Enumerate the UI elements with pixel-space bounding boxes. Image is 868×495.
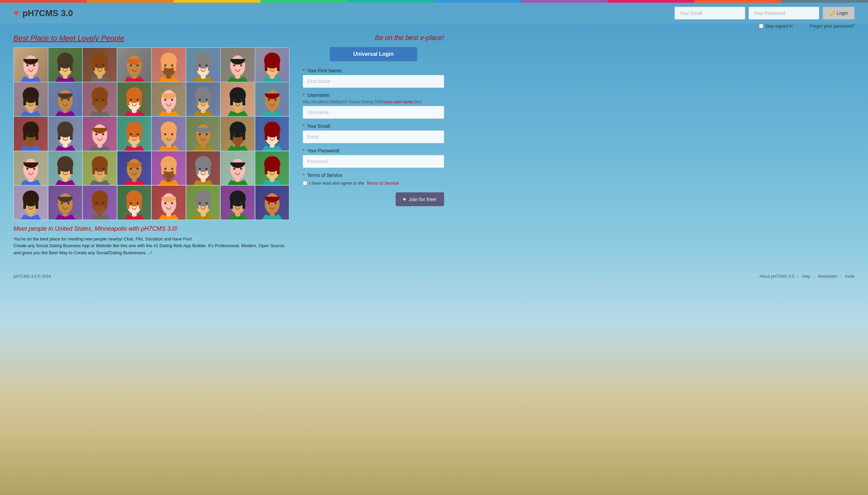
password-group: * Your Password: (303, 148, 444, 168)
footer-about-link[interactable]: About pH7CMS 3.0 (760, 274, 794, 279)
username-required: * (303, 92, 304, 98)
first-name-required: * (303, 68, 304, 73)
photo-cell[interactable] (255, 48, 289, 82)
join-button[interactable]: ♥ Join for free! (396, 192, 444, 206)
login-button[interactable]: 🔑 Login (822, 7, 854, 19)
photo-cell[interactable] (83, 82, 117, 116)
tos-section: * Terms of Service I have read and agree… (303, 172, 444, 186)
footer: pH7CMS 3.0 © 2016 About pH7CMS 3.0 | Hel… (0, 270, 868, 283)
right-panel: Be on the best e-place! Universal Login … (303, 34, 444, 257)
tagline-link[interactable]: Best Place to Meet Lovely People (14, 34, 289, 43)
url-variable-link[interactable]: your-user-name (384, 100, 413, 104)
first-name-input[interactable] (303, 75, 444, 88)
forgot-password-link[interactable]: Forgot your password? (810, 23, 854, 29)
stay-signed-checkbox[interactable] (759, 24, 763, 28)
photo-cell[interactable] (152, 117, 186, 151)
signup-email-input[interactable] (303, 131, 444, 143)
photo-cell[interactable] (221, 82, 255, 116)
separator-1: | (798, 274, 799, 279)
photo-cell[interactable] (255, 117, 289, 151)
photo-cell[interactable] (83, 186, 117, 220)
header: ♥ pH7CMS 3.0 🔑 Login (0, 3, 868, 23)
photo-cell[interactable] (221, 117, 255, 151)
photo-cell[interactable] (48, 82, 82, 116)
username-group: * Username: http://localhost:8888/pH7-So… (303, 92, 444, 119)
photo-cell[interactable] (14, 186, 48, 220)
photo-cell[interactable] (48, 151, 82, 185)
photo-cell[interactable] (14, 48, 48, 82)
tos-checkbox[interactable] (303, 181, 307, 185)
password-input[interactable] (749, 7, 819, 19)
password-required: * (303, 148, 304, 153)
photo-grid (14, 47, 289, 220)
email-group: * Your Email: (303, 123, 444, 143)
photo-cell[interactable] (117, 82, 151, 116)
photo-cell[interactable] (152, 186, 186, 220)
photo-cell[interactable] (221, 48, 255, 82)
tos-link[interactable]: Terms of Service (366, 181, 399, 186)
photo-cell[interactable] (117, 151, 151, 185)
email-input[interactable] (674, 7, 745, 19)
photo-cell[interactable] (186, 151, 220, 185)
first-name-label: * Your First Name: (303, 68, 444, 73)
main-content: Best Place to Meet Lovely People Meet pe… (0, 31, 868, 263)
photo-cell[interactable] (255, 186, 289, 220)
tos-required: * (303, 172, 304, 178)
signup-password-input[interactable] (303, 155, 444, 168)
footer-copyright: pH7CMS 3.0 © 2016 (14, 274, 51, 279)
photo-cell[interactable] (186, 48, 220, 82)
photo-cell[interactable] (14, 82, 48, 116)
photo-cell[interactable] (117, 117, 151, 151)
photo-cell[interactable] (152, 82, 186, 116)
header-bottom-row: Stay signed in Forgot your password? (0, 23, 868, 31)
key-icon: 🔑 (829, 11, 835, 16)
universal-login-button[interactable]: Universal Login (330, 47, 417, 61)
photo-cell[interactable] (48, 48, 82, 82)
logo-heart-icon: ♥ (14, 8, 19, 18)
login-area: 🔑 Login (674, 7, 854, 19)
photo-cell[interactable] (255, 151, 289, 185)
photo-cell[interactable] (83, 117, 117, 151)
photo-cell[interactable] (186, 82, 220, 116)
photo-cell[interactable] (83, 48, 117, 82)
photo-cell[interactable] (186, 117, 220, 151)
first-name-group: * Your First Name: (303, 68, 444, 88)
photo-cell[interactable] (152, 151, 186, 185)
photo-cell[interactable] (152, 48, 186, 82)
photo-cell[interactable] (117, 186, 151, 220)
photo-cell[interactable] (221, 151, 255, 185)
photo-cell[interactable] (14, 117, 48, 151)
email-required: * (303, 123, 304, 129)
footer-newsletter-link[interactable]: Newsletter (818, 274, 837, 279)
photo-cell[interactable] (117, 48, 151, 82)
url-hint: http://localhost:8888/pH7-Social-Dating-… (303, 100, 444, 104)
photo-cell[interactable] (186, 186, 220, 220)
footer-links: About pH7CMS 3.0 | Help | Newsletter | I… (760, 274, 854, 279)
photo-cell[interactable] (83, 151, 117, 185)
logo-text: pH7CMS 3.0 (22, 8, 73, 18)
separator-3: | (840, 274, 841, 279)
left-panel: Best Place to Meet Lovely People Meet pe… (14, 34, 289, 257)
description: You're on the best place for meeting new… (14, 236, 289, 257)
join-heart-icon: ♥ (403, 197, 406, 202)
photo-cell[interactable] (255, 82, 289, 116)
photo-cell[interactable] (14, 151, 48, 185)
meet-title: Meet people in United States, Minneapoli… (14, 225, 289, 232)
photo-cell[interactable] (48, 186, 82, 220)
photo-cell[interactable] (221, 186, 255, 220)
be-best-link[interactable]: Be on the best e-place! (303, 34, 444, 42)
email-label: * Your Email: (303, 123, 444, 129)
rainbow-bar (0, 0, 868, 3)
password-label: * Your Password: (303, 148, 444, 153)
separator-2: | (814, 274, 815, 279)
photo-cell[interactable] (48, 117, 82, 151)
username-input[interactable] (303, 106, 444, 119)
stay-signed-label[interactable]: Stay signed in (759, 23, 792, 29)
username-label: * Username: (303, 92, 444, 98)
tos-label: * Terms of Service (303, 172, 444, 178)
footer-help-link[interactable]: Help (802, 274, 811, 279)
tos-check-row: I have read and agree to the Terms of Se… (303, 181, 444, 186)
footer-invite-link[interactable]: Invite (845, 274, 854, 279)
logo-area: ♥ pH7CMS 3.0 (14, 8, 73, 18)
